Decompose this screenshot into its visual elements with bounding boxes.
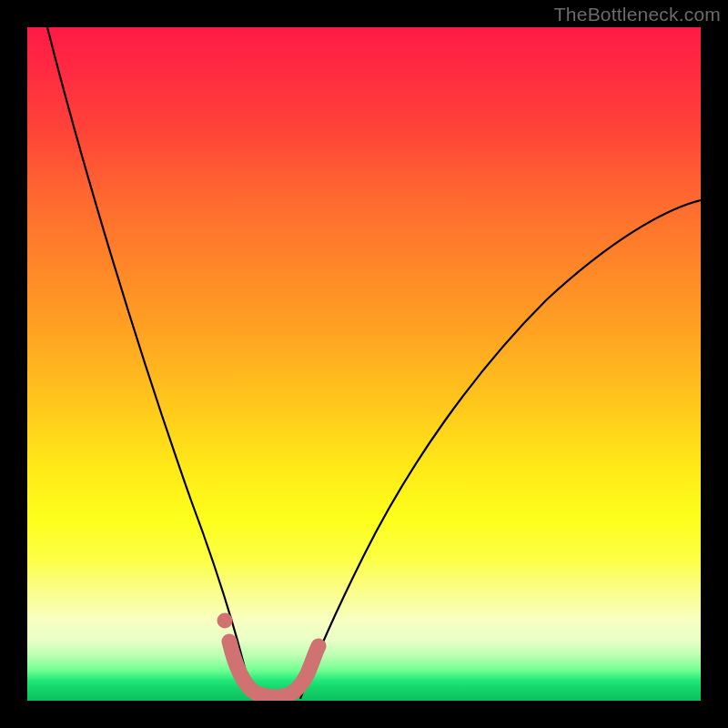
right-curve xyxy=(300,200,701,699)
chart-frame: TheBottleneck.com xyxy=(0,0,728,728)
watermark-text: TheBottleneck.com xyxy=(554,4,721,25)
salmon-marker-path xyxy=(229,642,318,697)
plot-area xyxy=(27,27,701,701)
left-curve xyxy=(47,27,255,699)
salmon-isolated-dot xyxy=(217,613,233,629)
curves-svg xyxy=(27,27,701,701)
